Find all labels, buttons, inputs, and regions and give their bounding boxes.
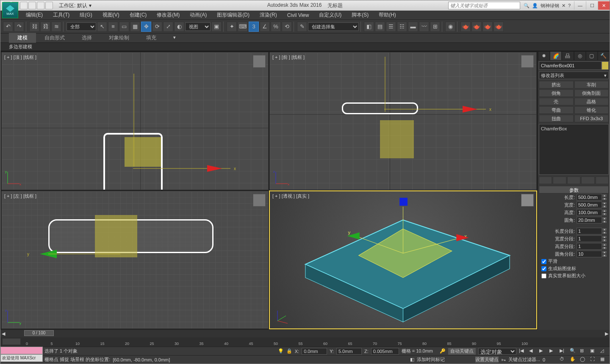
ribbon-tab-objectpaint[interactable]: 对象绘制 — [100, 33, 138, 43]
mod-button-lathe[interactable]: 车削 — [574, 81, 609, 88]
link-icon[interactable]: ⛓ — [29, 22, 39, 32]
viewcube-icon[interactable] — [521, 55, 534, 68]
mod-button-extrude[interactable]: 挤出 — [539, 81, 574, 88]
nav-fov-icon[interactable]: ◿ — [600, 348, 608, 355]
next-frame-icon[interactable]: ▶ — [549, 348, 557, 355]
align-icon[interactable]: ▤ — [375, 22, 385, 32]
exchange-icon[interactable]: ✕ — [562, 3, 566, 8]
pin-stack-icon[interactable] — [539, 176, 552, 184]
rect-region-icon[interactable]: ▭ — [119, 22, 129, 32]
select-rotate-icon[interactable]: ⟳ — [152, 22, 162, 32]
minimize-button[interactable]: — — [574, 1, 586, 10]
param-fillet[interactable] — [577, 217, 602, 223]
ribbon-tab-selection[interactable]: 选择 — [73, 33, 100, 43]
panel-tab-modify-icon[interactable]: 🌈 — [550, 51, 562, 61]
maxscript-listener[interactable]: 欢迎使用 MAXScr — [0, 354, 43, 362]
ribbon-tab-freeform[interactable]: 自由形式 — [36, 33, 73, 43]
user-name[interactable]: 钢神绿钢 — [541, 3, 559, 9]
param-width[interactable] — [577, 201, 602, 208]
mod-button-taper[interactable]: 锥化 — [574, 106, 609, 114]
param-hseg[interactable] — [577, 243, 602, 250]
modifier-list[interactable]: 修改器列表▾ — [539, 72, 609, 79]
menu-help[interactable]: 帮助(H) — [374, 10, 401, 20]
render-iterative-icon[interactable]: 🫖 — [494, 22, 504, 32]
object-wireframe[interactable] — [342, 102, 418, 114]
mod-button-lattice[interactable]: 晶格 — [574, 98, 609, 105]
mod-button-bend[interactable]: 弯曲 — [539, 106, 574, 114]
nav-minmax-icon[interactable]: ▦ — [600, 356, 608, 363]
panel-tab-create-icon[interactable]: ✹ — [538, 51, 550, 61]
menu-animation[interactable]: 动画(A) — [185, 10, 212, 20]
time-tag-icon[interactable]: ◧ — [410, 357, 414, 362]
ribbon-minimize-icon[interactable]: ▾ — [173, 35, 186, 41]
panel-tab-motion-icon[interactable]: ◎ — [574, 51, 586, 61]
time-config-icon[interactable]: ⏱ — [560, 356, 567, 363]
render-production-icon[interactable]: 🫖 — [482, 22, 493, 32]
select-object-icon[interactable]: ↖ — [97, 22, 107, 32]
maximize-button[interactable]: ☐ — [586, 1, 598, 10]
coord-x-field[interactable] — [304, 349, 325, 354]
play-icon[interactable]: ▶ — [539, 348, 547, 355]
param-length[interactable] — [577, 194, 602, 201]
menu-modifiers[interactable]: 修改器(M) — [152, 10, 185, 20]
qat-redo-icon[interactable] — [37, 2, 44, 9]
param-fseg[interactable] — [577, 251, 602, 257]
mirror-icon[interactable]: ◧ — [364, 22, 374, 32]
qat-save-icon[interactable] — [20, 2, 28, 9]
undo-icon[interactable]: ↶ — [3, 22, 13, 32]
close-button[interactable]: ✕ — [598, 1, 610, 10]
stack-item[interactable]: ChamferBox — [541, 126, 607, 131]
unlink-icon[interactable]: ⛓̸ — [40, 22, 50, 32]
rollout-parameters[interactable]: 参数 — [539, 186, 609, 193]
curve-editor-icon[interactable]: 〰 — [419, 22, 429, 32]
goto-start-icon[interactable]: |◀ — [519, 348, 527, 355]
selection-filter[interactable]: 全部 — [67, 22, 96, 31]
select-place-icon[interactable]: ◐ — [174, 22, 184, 32]
nav-orbit-icon[interactable]: ◯ — [580, 356, 588, 363]
configure-sets-icon[interactable] — [596, 176, 609, 184]
menu-view[interactable]: 视图(V) — [97, 10, 125, 20]
ref-coord-system[interactable]: 视图 — [185, 22, 211, 31]
ribbon-toggle-icon[interactable]: ▬ — [408, 22, 418, 32]
snaps-toggle-icon[interactable]: 3 — [249, 22, 259, 32]
goto-end-icon[interactable]: ▶| — [560, 348, 567, 355]
panel-tab-utilities-icon[interactable]: 🔨 — [598, 51, 610, 61]
mod-button-ffd[interactable]: FFD 3x3x3 — [574, 115, 609, 122]
viewport-front[interactable]: [ + ] [前 ] [线框 ] x zx — [269, 52, 537, 190]
ribbon-panel-polymodeling[interactable]: 多边形建模 — [0, 43, 610, 51]
qat-link-icon[interactable] — [45, 2, 53, 9]
trackbar-config-icon[interactable] — [2, 338, 21, 345]
current-frame-field[interactable] — [543, 357, 555, 362]
workspace-selector[interactable]: 工作区: 默认 ▾ — [59, 2, 92, 9]
menu-civilview[interactable]: Civil View — [282, 11, 314, 19]
viewport-left[interactable]: [ + ] [左 ] [线框 ] y zy — [1, 191, 269, 329]
nav-zoomext-icon[interactable]: ▣ — [590, 348, 598, 355]
timeline-left-icon[interactable]: ◀ — [0, 331, 6, 336]
named-selection-sets[interactable]: 创建选择集 — [308, 22, 359, 31]
perspective-scene[interactable]: x y — [270, 191, 536, 328]
spinner-snap-icon[interactable]: ⟲ — [282, 22, 292, 32]
setkey-button[interactable]: 设置关键点 — [475, 356, 499, 363]
viewport-label-front[interactable]: [ + ] [前 ] [线框 ] — [272, 54, 305, 61]
select-move-icon[interactable]: ✥ — [141, 22, 151, 32]
viewport-perspective[interactable]: [ + ] [透视 ] [真实 ] x y — [269, 191, 537, 329]
select-scale-icon[interactable]: ⤢ — [163, 22, 173, 32]
search-input[interactable] — [448, 2, 520, 9]
app-menu-icon[interactable]: MAX — [2, 2, 18, 18]
param-lseg[interactable] — [577, 228, 602, 234]
mod-button-bevel[interactable]: 倒角 — [539, 89, 574, 97]
schematic-icon[interactable]: ⊞ — [430, 22, 440, 32]
layer-explorer-icon[interactable]: ☷ — [397, 22, 407, 32]
angle-snap-icon[interactable]: ∠ — [260, 22, 270, 32]
chk-mapcoords[interactable] — [541, 266, 546, 271]
signin-icon[interactable]: 👤 — [532, 3, 538, 8]
nav-zoomall-icon[interactable]: ⊞ — [580, 348, 588, 355]
viewport-label-left[interactable]: [ + ] [左 ] [线框 ] — [4, 193, 36, 199]
viewport-top[interactable]: [ + ] [顶 ] [线框 ] x yx — [1, 52, 269, 190]
key-icon[interactable]: 🔑 — [440, 348, 446, 354]
gizmo-plane[interactable] — [95, 215, 137, 257]
lock-selection-icon[interactable]: 🔒 — [286, 348, 292, 354]
help-icon[interactable]: ? — [568, 3, 571, 8]
window-crossing-icon[interactable]: ▦ — [130, 22, 140, 32]
menu-maxscript[interactable]: 脚本(S) — [347, 10, 374, 20]
